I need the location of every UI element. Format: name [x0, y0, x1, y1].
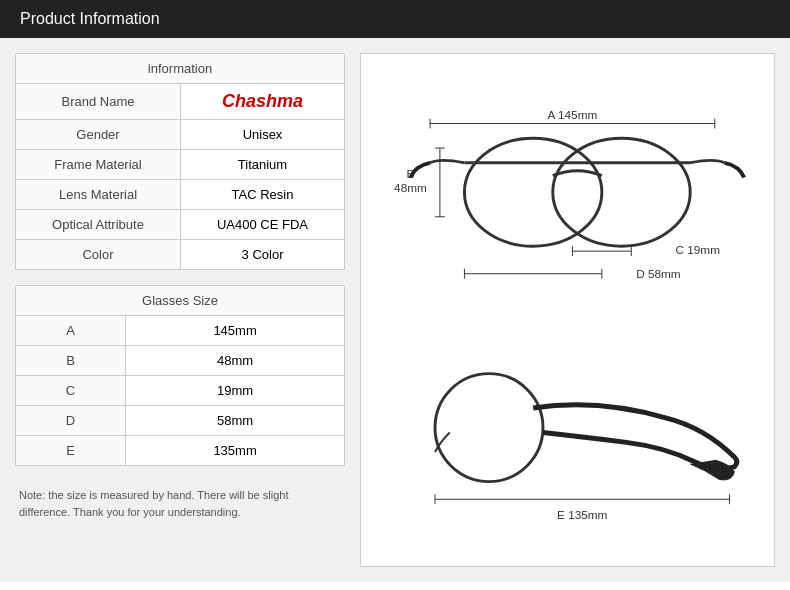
- svg-text:E 135mm: E 135mm: [557, 508, 608, 521]
- svg-point-20: [435, 374, 543, 482]
- size-value: 19mm: [126, 376, 345, 406]
- size-label: B: [16, 346, 126, 376]
- side-view-svg: E 135mm: [381, 354, 754, 521]
- table-row: GenderUnisex: [16, 120, 345, 150]
- svg-point-10: [553, 138, 690, 246]
- info-table-header: information: [16, 54, 345, 84]
- row-value: TAC Resin: [181, 180, 345, 210]
- size-value: 58mm: [126, 406, 345, 436]
- size-label: D: [16, 406, 126, 436]
- left-panel: information Brand NameChashmaGenderUnise…: [15, 53, 345, 567]
- table-row: B48mm: [16, 346, 345, 376]
- svg-text:48mm: 48mm: [394, 181, 427, 194]
- size-value: 145mm: [126, 316, 345, 346]
- row-label: Color: [16, 240, 181, 270]
- main-content: information Brand NameChashmaGenderUnise…: [0, 38, 790, 582]
- size-label: C: [16, 376, 126, 406]
- row-value: UA400 CE FDA: [181, 210, 345, 240]
- row-value: Chashma: [181, 84, 345, 120]
- table-row: Brand NameChashma: [16, 84, 345, 120]
- row-label: Optical Attribute: [16, 210, 181, 240]
- svg-text:D 58mm: D 58mm: [636, 266, 681, 279]
- table-row: C19mm: [16, 376, 345, 406]
- svg-text:A 145mm: A 145mm: [548, 107, 598, 120]
- size-value: 48mm: [126, 346, 345, 376]
- svg-text:C 19mm: C 19mm: [675, 243, 720, 256]
- page-header: Product Information: [0, 0, 790, 38]
- table-row: Optical AttributeUA400 CE FDA: [16, 210, 345, 240]
- size-value: 135mm: [126, 436, 345, 466]
- front-view-diagram: A 145mm B 48mm: [381, 99, 754, 305]
- row-label: Brand Name: [16, 84, 181, 120]
- table-row: Lens MaterialTAC Resin: [16, 180, 345, 210]
- page-title: Product Information: [20, 10, 160, 27]
- row-value: Titanium: [181, 150, 345, 180]
- row-label: Lens Material: [16, 180, 181, 210]
- info-table: information Brand NameChashmaGenderUnise…: [15, 53, 345, 270]
- front-view-svg: A 145mm B 48mm: [381, 99, 754, 295]
- size-label: E: [16, 436, 126, 466]
- table-row: Frame MaterialTitanium: [16, 150, 345, 180]
- note-text: Note: the size is measured by hand. Ther…: [15, 481, 345, 526]
- brand-name: Chashma: [222, 91, 303, 111]
- row-label: Frame Material: [16, 150, 181, 180]
- row-value: 3 Color: [181, 240, 345, 270]
- table-row: E135mm: [16, 436, 345, 466]
- right-panel: A 145mm B 48mm: [360, 53, 775, 567]
- table-row: D58mm: [16, 406, 345, 436]
- table-row: Color3 Color: [16, 240, 345, 270]
- row-value: Unisex: [181, 120, 345, 150]
- size-table: Glasses Size A145mmB48mmC19mmD58mmE135mm: [15, 285, 345, 466]
- row-label: Gender: [16, 120, 181, 150]
- table-row: A145mm: [16, 316, 345, 346]
- side-view-diagram: E 135mm: [381, 354, 754, 521]
- size-table-header: Glasses Size: [16, 286, 345, 316]
- svg-point-9: [464, 138, 601, 246]
- size-label: A: [16, 316, 126, 346]
